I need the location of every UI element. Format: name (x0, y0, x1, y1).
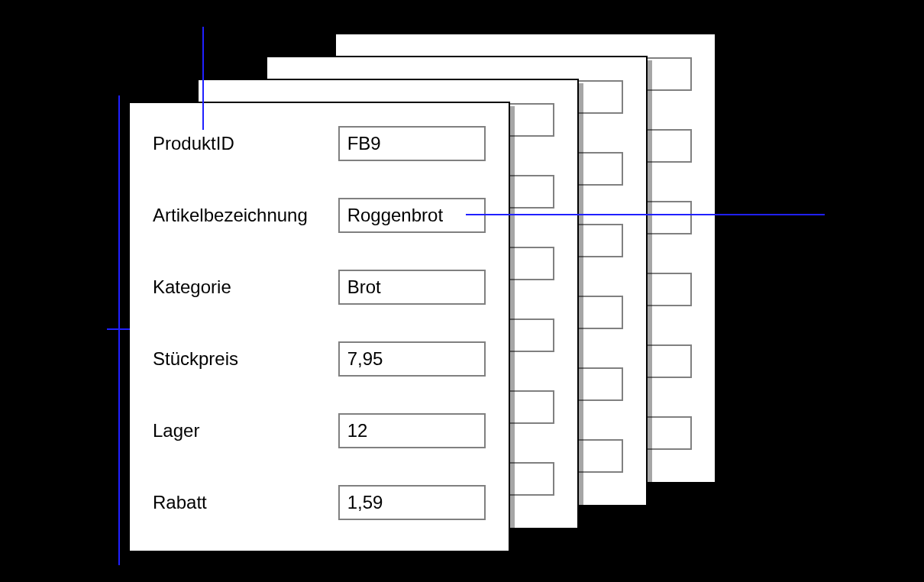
input-kategorie[interactable]: Brot (338, 270, 486, 305)
label-rabatt: Rabatt (153, 492, 338, 513)
annotation-vertical-left (118, 95, 120, 565)
form-row-rabatt: Rabatt 1,59 (153, 485, 486, 520)
form-row-produktid: ProduktID FB9 (153, 126, 486, 161)
input-stueckpreis[interactable]: 7,95 (338, 341, 486, 377)
form-row-artikelbezeichnung: Artikelbezeichnung Roggenbrot (153, 198, 486, 233)
input-rabatt[interactable]: 1,59 (338, 485, 486, 520)
annotation-left-tick (107, 328, 130, 330)
label-produktid: ProduktID (153, 133, 338, 154)
annotation-vertical-top (202, 27, 204, 130)
label-lager: Lager (153, 420, 338, 441)
input-lager[interactable]: 12 (338, 413, 486, 448)
form-row-stueckpreis: Stückpreis 7,95 (153, 341, 486, 377)
annotation-horizontal-right (466, 214, 825, 215)
form-row-lager: Lager 12 (153, 413, 486, 448)
input-produktid[interactable]: FB9 (338, 126, 486, 161)
label-artikelbezeichnung: Artikelbezeichnung (153, 205, 338, 226)
label-stueckpreis: Stückpreis (153, 348, 338, 370)
record-card-front: ProduktID FB9 Artikelbezeichnung Roggenb… (128, 102, 510, 552)
form-row-kategorie: Kategorie Brot (153, 270, 486, 305)
label-kategorie: Kategorie (153, 276, 338, 298)
input-artikelbezeichnung[interactable]: Roggenbrot (338, 198, 486, 233)
